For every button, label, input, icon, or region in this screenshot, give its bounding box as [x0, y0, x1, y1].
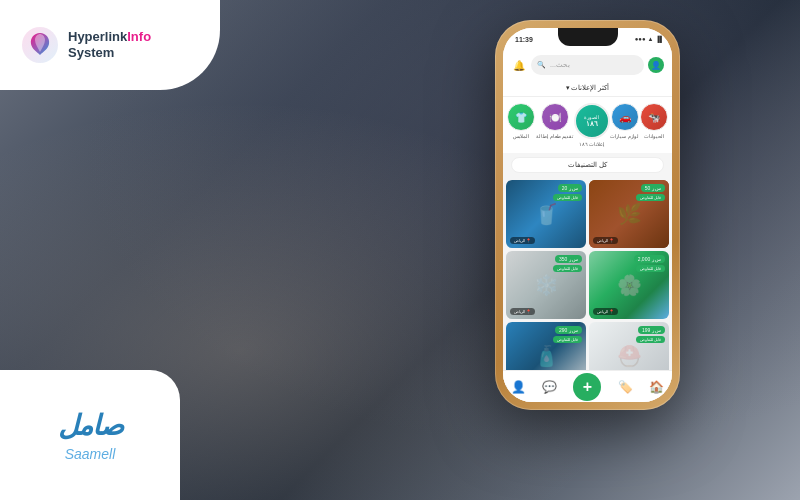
logo-brand-line: HyperlinkInfo [68, 29, 151, 45]
add-icon: + [583, 378, 592, 396]
product-location-1: 📍 الرياض [593, 237, 618, 244]
bottom-navigation: 👤 💬 + 🏷️ 🏠 [503, 370, 672, 402]
nav-messages[interactable]: 💬 [542, 380, 557, 394]
location-pin-icon-1: 📍 [609, 238, 614, 243]
signal-icon: ●●● [635, 36, 646, 42]
car-parts-circle-img: 🚗 [611, 103, 639, 131]
phone-notch [558, 28, 618, 46]
clothes-label: الملابس [513, 133, 529, 139]
nav-profile[interactable]: 👤 [511, 380, 526, 394]
search-icon: 🔍 [537, 61, 546, 69]
center-count: ١٨٦ [586, 120, 598, 128]
product-card-2[interactable]: 🥤 س ر 20 قابل للتفاوض 📍 الرياض [506, 180, 586, 248]
search-placeholder: بحث... [550, 61, 570, 69]
product-negotiable-3: قابل للتفاوض [636, 265, 665, 272]
logo-container: HyperlinkInfo System [20, 25, 151, 65]
category-animals[interactable]: 🐄 الحيوانات [640, 103, 668, 147]
product-price-6: س ر 290 [555, 326, 582, 334]
center-circle-label: إعلانات ١٨٦ [579, 141, 604, 147]
saamell-arabic-logo: صامل [58, 409, 123, 442]
clothes-circle-img: 👕 [507, 103, 535, 131]
phone-outer-frame: 11:39 ●●● ▲ ▐▌ 🔔 بحث... 🔍 [495, 20, 680, 410]
location-pin-icon-3: 📍 [609, 309, 614, 314]
messages-nav-icon: 💬 [542, 380, 557, 394]
all-categories-tab[interactable]: كل التصنيفات [511, 157, 664, 173]
user-icon: 👤 [651, 61, 661, 70]
food-label: تقديم طعام إطالة [536, 133, 573, 139]
notification-bell[interactable]: 🔔 [511, 57, 527, 73]
product-price-4: س ر 350 [555, 255, 582, 263]
product-price-1: س ر 50 [641, 184, 665, 192]
location-pin-icon-4: 📍 [526, 309, 531, 314]
categories-label: أكثر الإعلانات ▾ [566, 84, 610, 91]
status-time: 11:39 [515, 36, 533, 43]
logo-system: System [68, 45, 151, 61]
phone-inner: 11:39 ●●● ▲ ▐▌ 🔔 بحث... 🔍 [503, 28, 672, 402]
location-text-1: الرياض [597, 238, 608, 243]
product-card-1[interactable]: 🌿 س ر 50 قابل للتفاوض 📍 الرياض [589, 180, 669, 248]
product-location-4: 📍 الرياض [510, 308, 535, 315]
bottom-left-panel: صامل Saamell [0, 370, 180, 500]
product-price-5: س ر 199 [638, 326, 665, 334]
product-negotiable-4: قابل للتفاوض [553, 265, 582, 272]
app-topbar: 🔔 بحث... 🔍 👤 [503, 50, 672, 80]
center-circle: الصورة ١٨٦ [574, 103, 610, 139]
product-negotiable-6: قابل للتفاوض [553, 336, 582, 343]
profile-nav-icon: 👤 [511, 380, 526, 394]
categories-dropdown-bar[interactable]: أكثر الإعلانات ▾ [503, 80, 672, 97]
category-car-parts[interactable]: 🚗 لوازم سيارات [610, 103, 638, 147]
phone-screen[interactable]: 🔔 بحث... 🔍 👤 أكثر الإعلانات ▾ [503, 50, 672, 402]
product-price-3: س ر 2,000 [634, 255, 665, 263]
home-nav-icon: 🏠 [649, 380, 664, 394]
nav-home[interactable]: 🏠 [649, 380, 664, 394]
all-categories-label: كل التصنيفات [568, 161, 607, 168]
user-avatar-icon[interactable]: 👤 [648, 57, 664, 73]
location-text-2: الرياض [514, 238, 525, 243]
car-parts-label: لوازم سيارات [610, 133, 638, 139]
product-price-2: س ر 20 [558, 184, 582, 192]
product-card-4[interactable]: ❄️ س ر 350 قابل للتفاوض 📍 الرياض [506, 251, 586, 319]
nav-favorites[interactable]: 🏷️ [618, 380, 633, 394]
nav-add-button[interactable]: + [573, 373, 601, 401]
location-pin-icon-2: 📍 [526, 238, 531, 243]
phone-mockup: 11:39 ●●● ▲ ▐▌ 🔔 بحث... 🔍 [495, 20, 680, 410]
top-left-panel: HyperlinkInfo System [0, 0, 220, 90]
category-food[interactable]: 🍽️ تقديم طعام إطالة [536, 103, 573, 147]
logo-hyperlink: Hyperlink [68, 29, 127, 44]
product-negotiable-5: قابل للتفاوض [636, 336, 665, 343]
favorites-nav-icon: 🏷️ [618, 380, 633, 394]
product-negotiable-1: قابل للتفاوض [636, 194, 665, 201]
category-clothes[interactable]: 👕 الملابس [507, 103, 535, 147]
product-location-3: 📍 الرياض [593, 308, 618, 315]
product-card-3[interactable]: 🌸 س ر 2,000 قابل للتفاوض 📍 الرياض [589, 251, 669, 319]
search-bar[interactable]: بحث... 🔍 [531, 55, 644, 75]
animals-circle-img: 🐄 [640, 103, 668, 131]
battery-icon: ▐▌ [655, 36, 664, 42]
status-icons: ●●● ▲ ▐▌ [635, 36, 664, 42]
location-text-3: الرياض [597, 309, 608, 314]
saamell-latin-logo: Saamell [65, 446, 116, 462]
products-grid: 🌿 س ر 50 قابل للتفاوض 📍 الرياض 🥤 س ر 20 [503, 177, 672, 393]
product-negotiable-2: قابل للتفاوض [553, 194, 582, 201]
logo-highlight: Info [127, 29, 151, 44]
animals-label: الحيوانات [644, 133, 664, 139]
category-center[interactable]: الصورة ١٨٦ إعلانات ١٨٦ [574, 103, 610, 147]
wifi-icon: ▲ [648, 36, 654, 42]
location-text-4: الرياض [514, 309, 525, 314]
category-circles-row: 🐄 الحيوانات 🚗 لوازم سيارات الصورة ١٨٦ [503, 97, 672, 153]
product-location-2: 📍 الرياض [510, 237, 535, 244]
hyperlink-logo-icon [20, 25, 60, 65]
logo-text: HyperlinkInfo System [68, 29, 151, 60]
food-circle-img: 🍽️ [541, 103, 569, 131]
